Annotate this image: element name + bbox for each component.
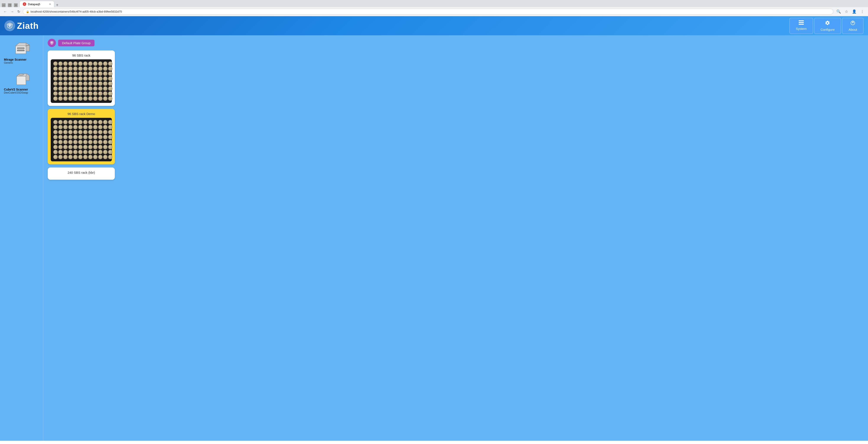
- configure-label: Configure: [820, 28, 835, 31]
- rack-well: [78, 67, 83, 71]
- bookmark-button[interactable]: ☆: [843, 8, 849, 15]
- rack-well: [58, 140, 63, 144]
- rack-row: [53, 145, 109, 149]
- sidebar-item-mirage[interactable]: Mirage Scanner Generic: [2, 39, 41, 67]
- container-card-1[interactable]: 96 SBS rack: [48, 50, 115, 106]
- svg-marker-12: [26, 43, 29, 51]
- rack-row: [53, 87, 109, 91]
- rack-well: [88, 71, 93, 76]
- svg-rect-16: [17, 76, 26, 85]
- rack-row: [53, 81, 109, 86]
- rack-well: [108, 130, 113, 134]
- system-icon: [799, 20, 804, 26]
- refresh-button[interactable]: ↻: [17, 9, 21, 14]
- forward-button[interactable]: →: [9, 9, 15, 14]
- rack-well: [73, 145, 78, 149]
- about-icon: [850, 20, 856, 27]
- rack-well: [53, 125, 58, 129]
- tab-bar: — ❐ ✕ A Datapaq5 × +: [0, 0, 868, 7]
- rack-well: [53, 135, 58, 139]
- rack-well: [93, 145, 97, 149]
- rack-well: [103, 87, 107, 91]
- rack-well: [58, 96, 63, 101]
- rack-well: [93, 150, 97, 154]
- rack-well: [88, 155, 93, 159]
- rack-well: [103, 92, 107, 96]
- rack-well: [108, 140, 113, 144]
- about-nav-button[interactable]: About: [842, 18, 864, 34]
- rack-well: [88, 140, 93, 144]
- rack-row: [53, 67, 109, 71]
- rack-row: [53, 125, 109, 129]
- rack-well: [108, 96, 113, 101]
- minimize-button[interactable]: —: [2, 3, 6, 7]
- rack-well: [68, 135, 72, 139]
- rack-well: [78, 92, 83, 96]
- rack-well: [103, 67, 107, 71]
- app-container: Ziath System: [0, 16, 868, 441]
- svg-rect-15: [17, 50, 24, 51]
- new-tab-button[interactable]: +: [54, 3, 60, 7]
- rack-well: [73, 120, 78, 124]
- rack-well: [78, 140, 83, 144]
- address-bar[interactable]: 🔒 localhost:4200/showcontainers/548c4f74…: [23, 9, 833, 14]
- back-button[interactable]: ←: [3, 9, 8, 14]
- container-card-3[interactable]: 240 SBS rack (kbr): [48, 167, 115, 180]
- rack-well: [73, 135, 78, 139]
- rack-well: [78, 62, 83, 66]
- rack-well: [58, 130, 63, 134]
- rack-row: [53, 150, 109, 154]
- rack-row: [53, 76, 109, 81]
- rack-well: [73, 92, 78, 96]
- active-tab[interactable]: A Datapaq5 ×: [20, 1, 54, 7]
- angular-icon-button[interactable]: [48, 39, 56, 47]
- rack-well: [68, 150, 72, 154]
- tab-close-button[interactable]: ×: [49, 2, 51, 6]
- rack-well: [93, 62, 97, 66]
- rack-well: [98, 62, 102, 66]
- rack-well: [73, 87, 78, 91]
- rack-well: [73, 130, 78, 134]
- rack-well: [58, 155, 63, 159]
- content-area: Default Plate Group 96 SBS rack 96 SBS r…: [43, 35, 868, 441]
- search-button[interactable]: 🔍: [835, 8, 842, 15]
- svg-marker-18: [26, 74, 29, 80]
- rack-well: [73, 67, 78, 71]
- rack-well: [78, 145, 83, 149]
- account-button[interactable]: 👤: [851, 8, 858, 15]
- rack-well: [83, 67, 88, 71]
- rack-well: [68, 145, 72, 149]
- sidebar-item-cubev2[interactable]: CubeV2 Scanner DevCubeV2SDSwap: [2, 69, 41, 97]
- address-bar-row: ← → ↻ 🔒 localhost:4200/showcontainers/54…: [0, 7, 868, 16]
- rack-well: [93, 76, 97, 81]
- rack-well: [63, 120, 68, 124]
- rack-well: [93, 96, 97, 101]
- rack-well: [108, 155, 113, 159]
- configure-nav-button[interactable]: Configure: [814, 18, 841, 34]
- close-window-button[interactable]: ✕: [14, 3, 18, 7]
- rack-well: [98, 150, 102, 154]
- rack-grid-1: [51, 59, 112, 103]
- rack-well: [73, 81, 78, 86]
- rack-well: [83, 155, 88, 159]
- rack-well: [58, 92, 63, 96]
- rack-well: [68, 125, 72, 129]
- container-card-2[interactable]: 96 SBS rack Demo: [48, 109, 115, 164]
- rack-well: [98, 96, 102, 101]
- rack-well: [83, 96, 88, 101]
- rack-well: [53, 155, 58, 159]
- rack-well: [73, 140, 78, 144]
- system-nav-button[interactable]: System: [789, 18, 813, 34]
- rack-well: [98, 155, 102, 159]
- rack-well: [108, 62, 113, 66]
- rack-well: [73, 71, 78, 76]
- maximize-button[interactable]: ❐: [8, 3, 12, 7]
- rack-well: [78, 125, 83, 129]
- cubev2-scanner-icon: [13, 71, 30, 87]
- plate-group-label[interactable]: Default Plate Group: [58, 40, 94, 46]
- menu-button[interactable]: ⋮: [859, 8, 865, 15]
- rack-well: [88, 67, 93, 71]
- rack-well: [53, 150, 58, 154]
- rack-well: [73, 62, 78, 66]
- rack-well: [68, 120, 72, 124]
